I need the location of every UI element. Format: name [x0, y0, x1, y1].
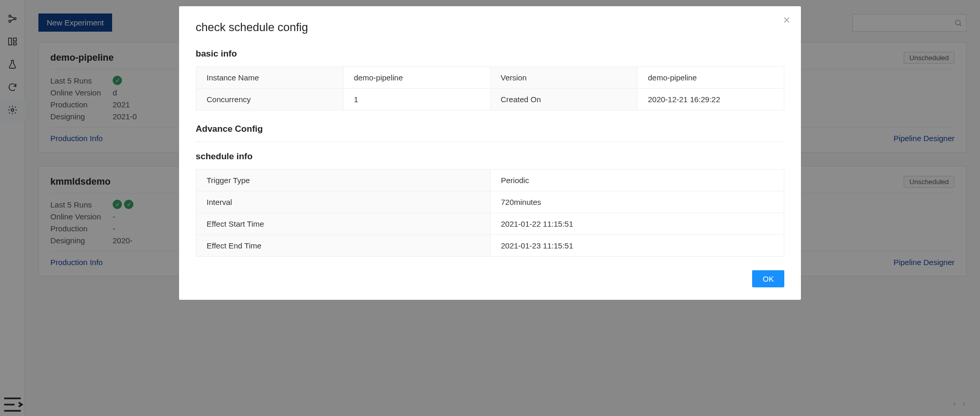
section-basic-title: basic info [196, 49, 784, 59]
effect-start-label: Effect Start Time [196, 213, 491, 235]
created-on-label: Created On [490, 89, 637, 110]
version-value: demo-pipeline [637, 67, 784, 89]
trigger-type-value: Periodic [491, 170, 784, 191]
version-label: Version [490, 67, 637, 89]
table-row: Concurrency 1 Created On 2020-12-21 16:2… [196, 89, 784, 110]
schedule-info-table: Trigger Type Periodic Interval 720minute… [196, 169, 784, 257]
modal-title: check schedule config [196, 21, 784, 34]
table-row: Trigger Type Periodic [196, 170, 784, 191]
effect-start-value: 2021-01-22 11:15:51 [491, 213, 784, 235]
effect-end-label: Effect End Time [196, 235, 491, 257]
table-row: Instance Name demo-pipeline Version demo… [196, 67, 784, 89]
trigger-type-label: Trigger Type [196, 170, 491, 191]
table-row: Effect End Time 2021-01-23 11:15:51 [196, 235, 784, 257]
effect-end-value: 2021-01-23 11:15:51 [491, 235, 784, 257]
created-on-value: 2020-12-21 16:29:22 [637, 89, 784, 110]
basic-info-table: Instance Name demo-pipeline Version demo… [196, 66, 784, 110]
table-row: Effect Start Time 2021-01-22 11:15:51 [196, 213, 784, 235]
ok-button[interactable]: OK [752, 270, 784, 287]
section-advance-title: Advance Config [196, 124, 784, 134]
instance-name-label: Instance Name [196, 67, 344, 89]
concurrency-label: Concurrency [196, 89, 344, 110]
instance-name-value: demo-pipeline [343, 67, 490, 89]
interval-value: 720minutes [491, 191, 784, 213]
schedule-config-modal: ✕ check schedule config basic info Insta… [179, 6, 801, 300]
close-icon[interactable]: ✕ [783, 15, 791, 26]
interval-label: Interval [196, 191, 491, 213]
app-frame: New Experiment demo-pipeline Unscheduled… [0, 0, 980, 416]
section-schedule-title: schedule info [196, 151, 784, 162]
concurrency-value: 1 [343, 89, 490, 110]
divider [196, 142, 784, 142]
table-row: Interval 720minutes [196, 191, 784, 213]
